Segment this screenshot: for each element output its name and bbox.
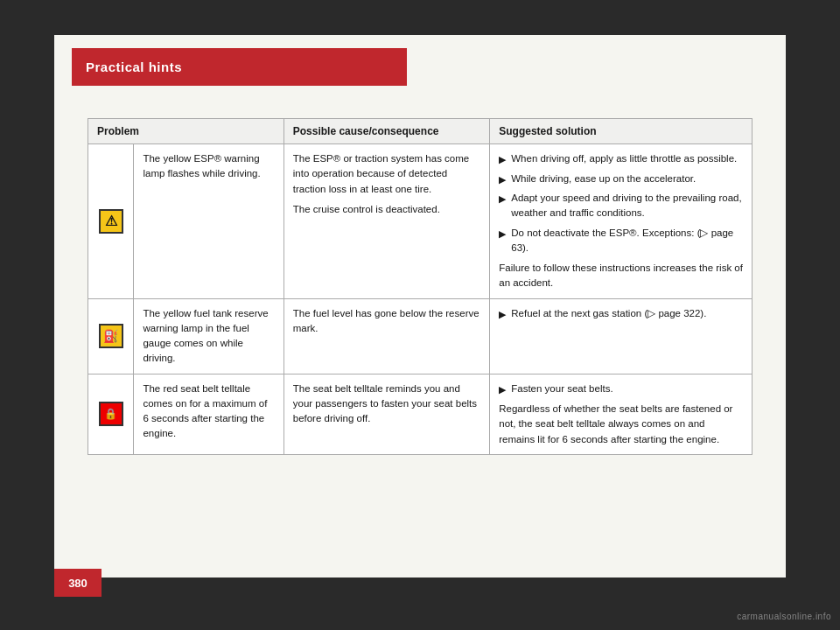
cause-cell: The ESP® or traction system has come int… (284, 144, 490, 299)
bullet-text: Do not deactivate the ESP®. Exceptions: … (511, 226, 743, 256)
hints-table: Problem Possible cause/consequence Sugge… (88, 118, 752, 455)
problem-header: Problem (88, 119, 284, 144)
table-row: 🔒The red seat belt telltale comes on for… (88, 374, 752, 454)
cause-cell: The fuel level has gone below the reserv… (284, 298, 490, 374)
fuel-icon: ⛽ (99, 324, 123, 348)
main-table-container: Problem Possible cause/consequence Sugge… (88, 118, 752, 455)
table-row: ⚠The yellow ESP® warning lamp flashes wh… (88, 144, 752, 299)
cause-header: Possible cause/consequence (284, 119, 490, 144)
bullet-arrow-icon: ▶ (499, 307, 506, 322)
bullet-item: ▶Do not deactivate the ESP®. Exceptions:… (499, 226, 743, 256)
solution-cell: ▶When driving off, apply as little throt… (490, 144, 752, 299)
bullet-arrow-icon: ▶ (499, 382, 506, 397)
cause-cell: The seat belt telltale reminds you and y… (284, 374, 490, 454)
bullet-item: ▶Refuel at the next gas station (▷ page … (499, 306, 743, 322)
solution-cell: ▶Refuel at the next gas station (▷ page … (490, 298, 752, 374)
bullet-text: Fasten your seat belts. (511, 382, 743, 396)
cause-paragraph: The seat belt telltale reminds you and y… (293, 382, 481, 427)
page-number: 380 (68, 577, 88, 590)
bullet-arrow-icon: ▶ (499, 192, 506, 206)
bullet-arrow-icon: ▶ (499, 152, 506, 167)
icon-cell: ⛽ (88, 298, 134, 374)
bullet-arrow-icon: ▶ (499, 227, 506, 242)
solution-note: Failure to follow these instructions inc… (499, 261, 743, 291)
page-number-box: 380 (54, 569, 102, 597)
cause-paragraph: The ESP® or traction system has come int… (293, 151, 481, 197)
cause-paragraph: The fuel level has gone below the reserv… (293, 306, 481, 337)
bullet-text: When driving off, apply as little thrott… (511, 151, 743, 166)
solution-note: Regardless of whether the seat belts are… (499, 402, 743, 447)
problem-text: The yellow ESP® warning lamp flashes whi… (134, 144, 284, 299)
bullet-arrow-icon: ▶ (499, 172, 506, 187)
bullet-item: ▶Fasten your seat belts. (499, 382, 743, 397)
solution-header: Suggested solution (490, 119, 752, 144)
bullet-item: ▶While driving, ease up on the accelerat… (499, 172, 743, 187)
watermark: carmanualsonline.info (737, 612, 831, 621)
warning-icon: ⚠ (99, 209, 123, 234)
bullet-item: ▶When driving off, apply as little throt… (499, 151, 743, 167)
bullet-text: Refuel at the next gas station (▷ page 3… (511, 306, 743, 321)
cause-paragraph: The cruise control is deactivated. (293, 202, 481, 217)
icon-cell: 🔒 (88, 374, 134, 454)
icon-cell: ⚠ (88, 144, 134, 299)
bullet-text: While driving, ease up on the accelerato… (511, 172, 743, 186)
bullet-text: Adapt your speed and driving to the prev… (511, 191, 743, 221)
bullet-item: ▶Adapt your speed and driving to the pre… (499, 191, 743, 221)
page-title: Practical hints (86, 60, 182, 74)
header-bar: Practical hints (72, 48, 407, 86)
problem-text: The yellow fuel tank reserve warning lam… (134, 298, 284, 374)
table-header-row: Problem Possible cause/consequence Sugge… (88, 119, 752, 144)
solution-cell: ▶Fasten your seat belts.Regardless of wh… (490, 374, 752, 454)
problem-text: The red seat belt telltale comes on for … (134, 374, 284, 454)
seatbelt-icon: 🔒 (99, 402, 123, 426)
table-row: ⛽The yellow fuel tank reserve warning la… (88, 298, 752, 374)
